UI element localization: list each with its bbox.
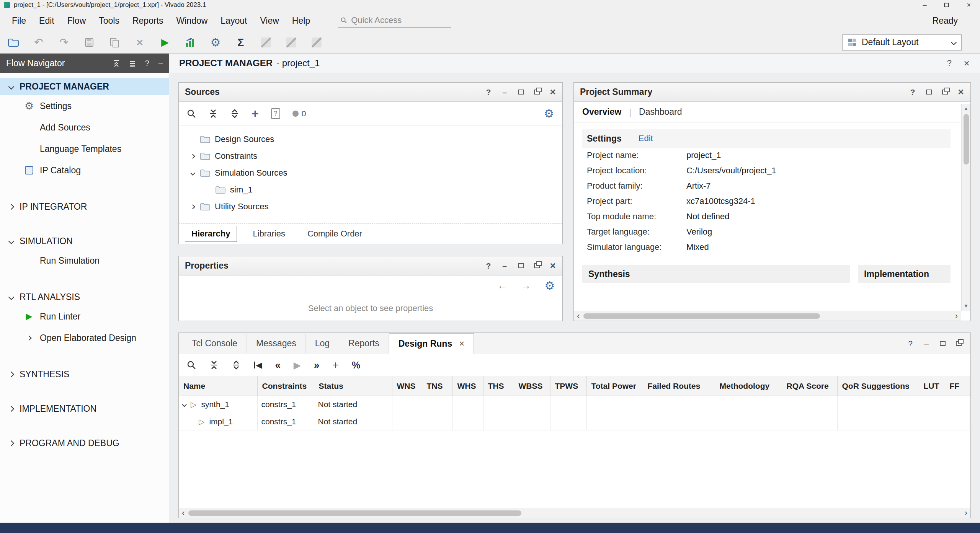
float-icon[interactable]	[533, 263, 540, 268]
chevron-down-icon[interactable]	[190, 171, 195, 176]
tree-item-design-sources[interactable]: Design Sources	[179, 131, 562, 148]
tree-item-sim-1[interactable]: sim_1	[179, 181, 562, 198]
menu-tools[interactable]: Tools	[92, 13, 126, 29]
scroll-down-icon[interactable]: ▼	[964, 301, 969, 311]
maximize-icon[interactable]	[939, 341, 946, 346]
expand-all-icon[interactable]	[232, 360, 241, 370]
close-icon[interactable]: ×	[963, 57, 970, 69]
scrollbar-thumb[interactable]	[188, 510, 521, 516]
table-row-impl-1[interactable]: ▷impl_1 constrs_1 Not started	[179, 413, 970, 430]
chevron-down-icon[interactable]	[182, 402, 187, 407]
window-close-icon[interactable]: ×	[967, 1, 971, 9]
column-header[interactable]: WNS	[392, 376, 422, 396]
open-project-icon[interactable]	[8, 37, 19, 48]
undo-icon[interactable]: ↶	[33, 37, 44, 48]
collapse-all-icon[interactable]	[209, 360, 219, 370]
tab-design-runs[interactable]: Design Runs ×	[389, 333, 474, 354]
tree-item-simulation-sources[interactable]: Simulation Sources	[179, 165, 562, 181]
sidebar-item-rtl-analysis[interactable]: RTL ANALYSIS	[0, 288, 169, 306]
minimize-icon[interactable]: –	[923, 339, 930, 348]
tab-libraries[interactable]: Libraries	[247, 226, 291, 241]
column-header[interactable]: Constraints	[257, 376, 314, 396]
slashed-icon-2[interactable]	[286, 37, 297, 48]
horizontal-scrollbar[interactable]: ‹ ›	[574, 311, 961, 321]
run-icon[interactable]: ▶	[159, 37, 171, 48]
search-icon[interactable]	[186, 109, 196, 119]
delete-icon[interactable]: ×	[134, 37, 145, 48]
collapse-all-icon[interactable]	[209, 109, 218, 119]
tab-dashboard[interactable]: Dashboard	[639, 107, 682, 117]
help-doc-icon[interactable]: ?	[271, 108, 280, 119]
settings-icon[interactable]: ⚙	[210, 37, 221, 48]
sidebar-item-language-templates[interactable]: Language Templates	[0, 138, 169, 160]
sidebar-item-program-and-debug[interactable]: PROGRAM AND DEBUG	[0, 434, 169, 452]
float-icon[interactable]	[533, 90, 540, 95]
flow-chart-icon[interactable]	[185, 37, 196, 48]
menu-flow[interactable]: Flow	[61, 13, 93, 29]
maximize-icon[interactable]	[517, 90, 524, 95]
column-header[interactable]: LUT	[919, 376, 945, 396]
sidebar-item-project-manager[interactable]: PROJECT MANAGER	[0, 78, 169, 95]
float-icon[interactable]	[955, 341, 962, 346]
sidebar-item-synthesis[interactable]: SYNTHESIS	[0, 365, 169, 383]
layout-selector[interactable]: Default Layout	[842, 34, 962, 51]
tab-overview[interactable]: Overview	[582, 107, 621, 117]
menu-view[interactable]: View	[253, 13, 285, 29]
add-sources-icon[interactable]: +	[252, 106, 259, 121]
edit-link[interactable]: Edit	[639, 134, 653, 143]
copy-icon[interactable]	[109, 37, 120, 48]
scroll-right-icon[interactable]: ›	[965, 509, 967, 517]
sidebar-item-run-simulation[interactable]: Run Simulation	[0, 250, 169, 271]
search-icon[interactable]	[186, 360, 196, 370]
table-row-synth-1[interactable]: ▷synth_1 constrs_1 Not started	[179, 396, 970, 413]
tab-tcl-console[interactable]: Tcl Console	[183, 334, 247, 353]
scroll-left-icon[interactable]: ‹	[577, 312, 580, 320]
toggle-sections-icon[interactable]	[129, 60, 136, 67]
sidebar-item-open-elaborated-design[interactable]: Open Elaborated Design	[0, 327, 169, 349]
help-icon[interactable]: ?	[485, 261, 492, 271]
close-icon[interactable]: ×	[549, 260, 556, 272]
minimize-icon[interactable]: –	[501, 261, 508, 271]
expand-all-icon[interactable]	[230, 109, 239, 119]
horizontal-scrollbar[interactable]: ‹ ›	[179, 508, 970, 518]
column-header[interactable]: Total Power	[586, 376, 643, 396]
slashed-icon-3[interactable]	[311, 37, 322, 48]
run-disabled-icon[interactable]: ▶	[294, 360, 301, 371]
column-header[interactable]: TPWS	[550, 376, 586, 396]
menu-file[interactable]: File	[5, 13, 33, 29]
collapse-all-icon[interactable]	[113, 60, 120, 67]
sidebar-item-run-linter[interactable]: ▶ Run Linter	[0, 306, 169, 327]
window-maximize-icon[interactable]	[944, 3, 949, 7]
close-icon[interactable]: ×	[549, 86, 556, 98]
sidebar-item-simulation[interactable]: SIMULATION	[0, 232, 169, 250]
column-header[interactable]: Status	[314, 376, 392, 396]
sidebar-item-settings[interactable]: ⚙ Settings	[0, 95, 169, 117]
tree-item-utility-sources[interactable]: Utility Sources	[179, 198, 562, 215]
column-header[interactable]: RQA Score	[782, 376, 837, 396]
scrollbar-thumb[interactable]	[964, 114, 969, 165]
column-header[interactable]: BRAMs	[970, 376, 970, 396]
minimize-icon[interactable]: –	[501, 88, 508, 97]
redo-icon[interactable]: ↷	[58, 37, 70, 48]
column-header[interactable]: FF	[945, 376, 970, 396]
maximize-icon[interactable]	[517, 263, 524, 268]
maximize-icon[interactable]	[925, 90, 932, 95]
close-icon[interactable]: ×	[459, 338, 464, 349]
menu-reports[interactable]: Reports	[126, 13, 170, 29]
menu-layout[interactable]: Layout	[214, 13, 253, 29]
project-part-link[interactable]: xc7a100tcsg324-1	[686, 196, 755, 206]
tab-compile-order[interactable]: Compile Order	[301, 226, 368, 241]
vertical-scrollbar[interactable]: ▲ ▼	[961, 104, 970, 311]
menu-help[interactable]: Help	[286, 13, 317, 29]
sidebar-item-add-sources[interactable]: Add Sources	[0, 117, 169, 138]
top-module-link[interactable]: Not defined	[686, 212, 730, 222]
column-header[interactable]: WHS	[452, 376, 483, 396]
help-icon[interactable]: ?	[145, 59, 149, 68]
minimize-icon[interactable]: –	[158, 59, 163, 68]
help-icon[interactable]: ?	[947, 58, 952, 68]
column-header[interactable]: TNS	[422, 376, 452, 396]
tab-hierarchy[interactable]: Hierarchy	[185, 226, 237, 242]
column-header[interactable]: Methodology	[715, 376, 782, 396]
slashed-icon-1[interactable]	[260, 37, 272, 48]
column-header[interactable]: QoR Suggestions	[837, 376, 919, 396]
